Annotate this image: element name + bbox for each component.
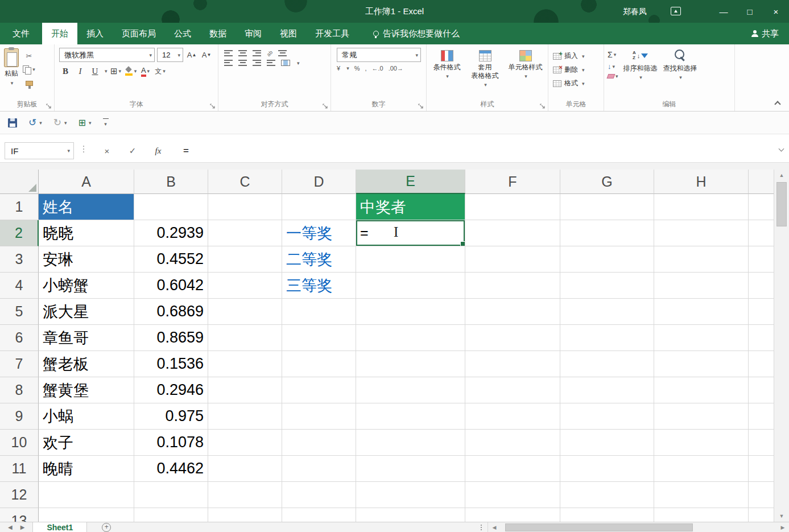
orientation-icon[interactable]: ab: [266, 49, 274, 57]
row-header-6[interactable]: 6: [0, 325, 39, 351]
cell-D12[interactable]: [282, 482, 356, 508]
italic-button[interactable]: I: [74, 64, 86, 78]
chevron-down-icon[interactable]: ▾: [89, 120, 92, 126]
cell-partial-row-1[interactable]: [749, 194, 774, 220]
cell-E4[interactable]: [356, 273, 465, 299]
font-size-select[interactable]: 12 ▾: [157, 48, 183, 62]
align-top-icon[interactable]: [224, 50, 233, 56]
row-header-9[interactable]: 9: [0, 403, 39, 430]
cell-styles-button[interactable]: 单元格样式 ▾: [504, 47, 547, 101]
cell-G12[interactable]: [560, 482, 654, 508]
fill-button[interactable]: ↓▾: [608, 62, 618, 71]
cell-H4[interactable]: [654, 273, 749, 299]
fill-color-button[interactable]: ▾: [125, 64, 137, 78]
cell-B6[interactable]: 0.8659: [134, 325, 208, 351]
borders-button[interactable]: ⊞▾: [110, 64, 122, 78]
scroll-left-arrow[interactable]: ◀: [488, 522, 501, 532]
cell-A4[interactable]: 小螃蟹: [39, 273, 134, 299]
cell-G7[interactable]: [560, 351, 654, 377]
chevron-down-icon[interactable]: ▾: [64, 120, 67, 126]
cell-A7[interactable]: 蟹老板: [39, 351, 134, 377]
cell-B10[interactable]: 0.1078: [134, 430, 208, 456]
cell-F1[interactable]: [465, 194, 560, 220]
cell-F11[interactable]: [465, 456, 560, 482]
cell-E5[interactable]: [356, 299, 465, 325]
cell-B4[interactable]: 0.6042: [134, 273, 208, 299]
scroll-right-arrow[interactable]: ▶: [776, 522, 789, 532]
merge-center-icon[interactable]: [281, 60, 290, 66]
cell-C12[interactable]: [208, 482, 282, 508]
cell-D4[interactable]: 三等奖: [282, 273, 356, 299]
cell-C10[interactable]: [208, 430, 282, 456]
cell-A2[interactable]: 晓晓: [39, 220, 134, 246]
cell-D1[interactable]: [282, 194, 356, 220]
cell-partial-row-13[interactable]: [749, 508, 774, 522]
cell-D6[interactable]: [282, 325, 356, 351]
cell-D13[interactable]: [282, 508, 356, 522]
qat-custom-button[interactable]: ⊞▾: [79, 117, 92, 128]
new-sheet-button[interactable]: +: [102, 523, 111, 532]
paste-button[interactable]: 粘贴 ▾: [1, 47, 22, 101]
row-header-4[interactable]: 4: [0, 273, 39, 299]
cell-G3[interactable]: [560, 246, 654, 273]
row-header-8[interactable]: 8: [0, 377, 39, 403]
row-header-2[interactable]: 2: [0, 220, 39, 246]
clear-button[interactable]: ▾: [608, 73, 618, 79]
font-color-button[interactable]: A▾: [139, 64, 152, 78]
cell-A12[interactable]: [39, 482, 134, 508]
chevron-down-icon[interactable]: ▾: [297, 60, 300, 66]
cell-B12[interactable]: [134, 482, 208, 508]
accounting-format-icon[interactable]: ¥: [337, 65, 340, 72]
cell-H1[interactable]: [654, 194, 749, 220]
column-header-d[interactable]: D: [282, 170, 356, 194]
cell-A5[interactable]: 派大星: [39, 299, 134, 325]
column-header-h[interactable]: H: [654, 170, 749, 194]
cell-E2[interactable]: =I: [356, 220, 465, 246]
cell-F4[interactable]: [465, 273, 560, 299]
font-dialog-launcher[interactable]: [209, 102, 216, 109]
formula-input[interactable]: =: [183, 143, 189, 158]
cell-C8[interactable]: [208, 377, 282, 403]
formula-bar-resize-handle[interactable]: [83, 149, 84, 150]
cell-B11[interactable]: 0.4462: [134, 456, 208, 482]
wrap-text-icon[interactable]: [278, 50, 287, 56]
row-header-5[interactable]: 5: [0, 299, 39, 325]
cell-D2[interactable]: 一等奖: [282, 220, 356, 246]
percent-style-icon[interactable]: %: [354, 65, 360, 72]
column-header-b[interactable]: B: [134, 170, 208, 194]
cell-H8[interactable]: [654, 377, 749, 403]
cell-F6[interactable]: [465, 325, 560, 351]
close-button[interactable]: ×: [763, 0, 789, 23]
cell-A8[interactable]: 蟹黄堡: [39, 377, 134, 403]
cell-E12[interactable]: [356, 482, 465, 508]
cell-partial-row-3[interactable]: [749, 246, 774, 273]
increase-decimal-icon[interactable]: ←.0: [372, 65, 383, 72]
horizontal-scrollbar-track[interactable]: [501, 522, 776, 532]
cell-G8[interactable]: [560, 377, 654, 403]
cell-H13[interactable]: [654, 508, 749, 522]
ribbon-display-options-icon[interactable]: [671, 7, 681, 15]
copy-button[interactable]: ▾: [22, 64, 36, 75]
cell-H6[interactable]: [654, 325, 749, 351]
prev-sheet-arrow[interactable]: ◀: [8, 524, 13, 530]
clipboard-dialog-launcher[interactable]: [46, 102, 52, 109]
tab-insert[interactable]: 插入: [77, 23, 113, 44]
phonetic-guide-button[interactable]: 文▾: [154, 64, 167, 78]
chevron-down-icon[interactable]: ▾: [413, 52, 418, 58]
cell-A10[interactable]: 欢子: [39, 430, 134, 456]
cell-E1[interactable]: 中奖者: [356, 194, 465, 220]
select-all-corner[interactable]: [0, 170, 39, 194]
cell-G9[interactable]: [560, 403, 654, 430]
cell-D7[interactable]: [282, 351, 356, 377]
chevron-down-icon[interactable]: ▾: [39, 120, 42, 126]
chevron-down-icon[interactable]: ▾: [175, 52, 180, 58]
column-header-e[interactable]: E: [356, 170, 465, 194]
cell-G4[interactable]: [560, 273, 654, 299]
cell-E6[interactable]: [356, 325, 465, 351]
cell-partial-row-6[interactable]: [749, 325, 774, 351]
tab-home[interactable]: 开始: [42, 23, 77, 44]
row-header-3[interactable]: 3: [0, 246, 39, 273]
cell-partial-row-4[interactable]: [749, 273, 774, 299]
cell-C5[interactable]: [208, 299, 282, 325]
find-select-button[interactable]: 查找和选择 ▾: [660, 47, 700, 101]
